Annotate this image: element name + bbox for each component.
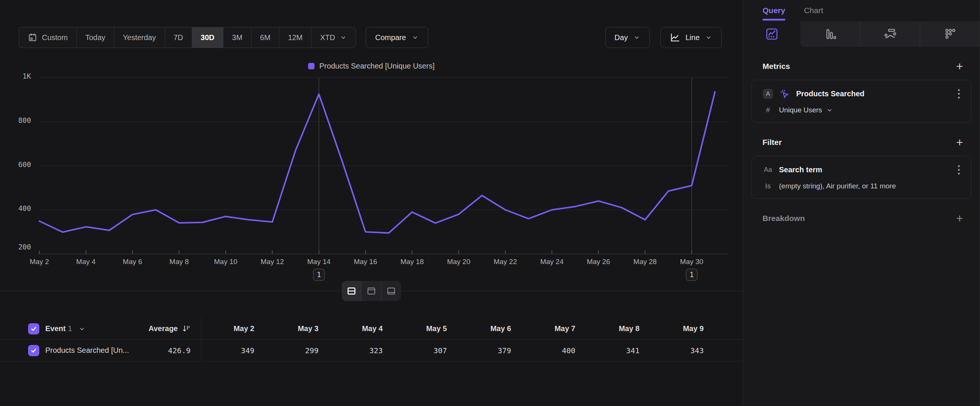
- metrics-section-header: Metrics +: [762, 62, 963, 71]
- breakdown-title: Breakdown: [762, 214, 805, 223]
- x-axis-label: May 30: [680, 258, 703, 266]
- chart-legend: Products Searched [Unique Users]: [0, 62, 743, 70]
- range-today[interactable]: Today: [77, 27, 114, 48]
- table-row: Products Searched [Un... 426.9 349299323…: [0, 340, 743, 361]
- x-axis-label: May 14: [307, 258, 331, 266]
- series-line[interactable]: [39, 92, 715, 233]
- y-axis-label: 400: [18, 204, 31, 212]
- view-type-rest: [800, 21, 980, 47]
- x-axis-label: May 2: [30, 258, 49, 266]
- value-cell: 343: [651, 346, 715, 355]
- filter-value[interactable]: (empty string), Air purifier, or 11 more: [779, 182, 896, 190]
- breakdown-section-header: Breakdown +: [762, 214, 963, 223]
- x-axis-label: May 18: [401, 258, 424, 266]
- range-xtd[interactable]: XTD: [312, 27, 356, 48]
- range-7d[interactable]: 7D: [165, 27, 192, 48]
- query-panel: Query Chart: [743, 0, 980, 406]
- chevron-down-icon: [78, 325, 86, 333]
- chart-controls: Day Line: [605, 27, 722, 48]
- granularity-button[interactable]: Day: [605, 27, 650, 48]
- value-cell: 349: [201, 346, 266, 355]
- compare-button[interactable]: Compare: [366, 27, 428, 48]
- tab-chart[interactable]: Chart: [804, 6, 823, 21]
- line-chart[interactable]: 2004006008001KMay 2May 4May 6May 8May 10…: [0, 71, 743, 288]
- event-count: 1: [68, 324, 72, 333]
- range-custom[interactable]: Custom: [19, 27, 77, 48]
- series-checkbox[interactable]: [28, 345, 39, 356]
- annotation-badge-count: 1: [317, 271, 321, 279]
- average-header-cell[interactable]: Average: [127, 318, 201, 339]
- check-icon: [30, 325, 37, 332]
- view-line-chart-button[interactable]: [743, 21, 800, 47]
- metric-dots-icon: [943, 27, 957, 41]
- metric-options-kebab-icon[interactable]: [956, 88, 961, 100]
- sort-descending-icon[interactable]: [181, 324, 191, 333]
- line-chart-frame-icon: [765, 27, 779, 41]
- range-3m[interactable]: 3M: [223, 27, 251, 48]
- x-axis-label: May 20: [447, 258, 470, 266]
- filter-options-kebab-icon[interactable]: [956, 164, 961, 176]
- event-header-cell[interactable]: Event1: [0, 323, 127, 334]
- column-header[interactable]: May 4: [330, 324, 394, 333]
- analytics-app: CustomTodayYesterday7D30D3M6M12MXTD Comp…: [0, 0, 980, 406]
- range-6m[interactable]: 6M: [251, 27, 280, 48]
- filter-operator[interactable]: Is: [763, 182, 773, 190]
- chart-type-button[interactable]: Line: [660, 27, 722, 48]
- layout-table-view-button[interactable]: [362, 281, 382, 301]
- aggregation-selector[interactable]: Unique Users: [779, 106, 833, 114]
- filter-property-name[interactable]: Search term: [779, 166, 950, 174]
- add-filter-button[interactable]: +: [956, 139, 963, 146]
- view-metric-button[interactable]: [920, 21, 980, 47]
- x-axis-label: May 28: [633, 258, 657, 266]
- column-header[interactable]: May 3: [266, 324, 330, 333]
- range-12m[interactable]: 12M: [279, 27, 312, 48]
- layout-toggle: [342, 281, 401, 301]
- chevron-down-icon: [339, 34, 347, 41]
- x-axis-label: May 22: [494, 258, 517, 266]
- y-axis-label: 600: [18, 160, 31, 169]
- compare-label: Compare: [375, 33, 406, 42]
- column-header[interactable]: May 5: [394, 324, 458, 333]
- column-header[interactable]: May 2: [201, 324, 266, 333]
- x-axis-label: May 4: [76, 258, 96, 266]
- metric-card[interactable]: A Products Searched # Unique Users: [751, 80, 971, 123]
- column-header[interactable]: May 6: [458, 324, 523, 333]
- metrics-title: Metrics: [762, 62, 790, 71]
- table-header-row: Event1 Average May 2May 3May 4May 5May 6…: [0, 318, 743, 340]
- average-value: 426.9: [168, 346, 191, 355]
- range-30d[interactable]: 30D: [192, 27, 223, 48]
- y-axis-label: 800: [18, 116, 31, 124]
- chevron-down-icon: [411, 34, 419, 41]
- x-axis-label: May 10: [214, 258, 237, 266]
- value-cell: 323: [330, 346, 394, 355]
- value-cell: 341: [587, 346, 651, 355]
- value-cell: 400: [523, 346, 587, 355]
- check-icon: [30, 347, 37, 354]
- add-breakdown-button[interactable]: +: [956, 215, 963, 222]
- chevron-down-icon: [826, 107, 833, 114]
- event-header-label: Event1: [45, 324, 72, 333]
- select-all-checkbox[interactable]: [28, 323, 39, 334]
- chart-view-icon: [386, 286, 396, 296]
- average-value-cell: 426.9: [127, 340, 201, 361]
- chevron-down-icon: [705, 34, 712, 41]
- layout-chart-view-button[interactable]: [382, 281, 401, 301]
- add-metric-button[interactable]: +: [956, 62, 963, 70]
- x-axis-label: May 8: [170, 258, 189, 266]
- view-flow-button[interactable]: [860, 21, 920, 47]
- column-header[interactable]: May 8: [587, 324, 651, 333]
- filter-section-header: Filter +: [762, 138, 963, 147]
- filter-card[interactable]: Aa Search term Is (empty string), Air pu…: [751, 156, 971, 199]
- view-type-selector: [743, 21, 980, 47]
- x-axis-label: May 12: [261, 258, 284, 266]
- legend-series-label: Products Searched [Unique Users]: [319, 62, 434, 70]
- layout-split-view-button[interactable]: [342, 281, 362, 301]
- column-header[interactable]: May 7: [523, 324, 587, 333]
- date-range-toolbar: CustomTodayYesterday7D30D3M6M12MXTD Comp…: [19, 27, 428, 48]
- view-bar-chart-button[interactable]: [800, 21, 860, 47]
- string-type-icon: Aa: [763, 166, 773, 174]
- tab-query[interactable]: Query: [762, 6, 785, 21]
- range-yesterday[interactable]: Yesterday: [114, 27, 165, 48]
- metric-event-name[interactable]: Products Searched: [796, 89, 950, 98]
- column-header[interactable]: May 9: [651, 324, 715, 333]
